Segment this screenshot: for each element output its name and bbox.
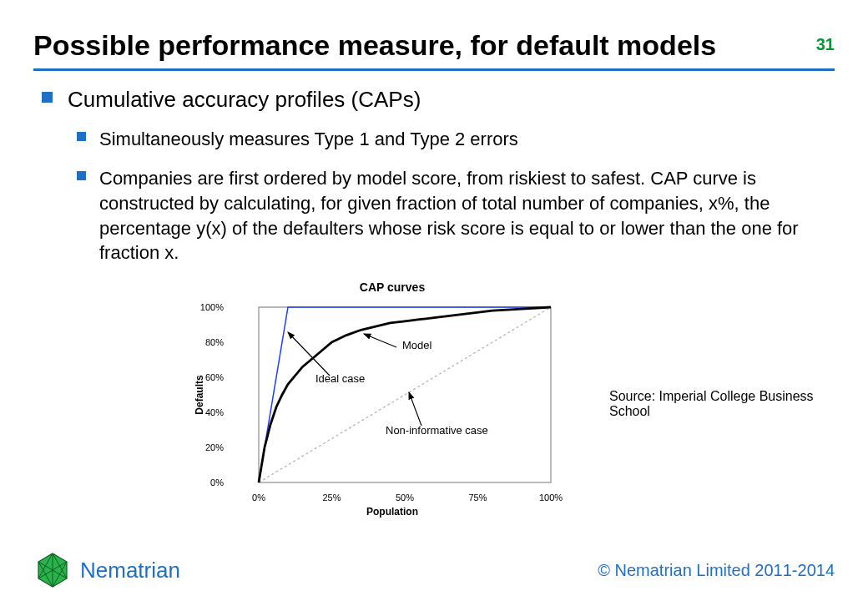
bullet-level1: Cumulative accuracy profiles (CAPs) xyxy=(42,86,826,114)
svg-line-1 xyxy=(364,334,396,347)
svg-line-3 xyxy=(409,392,421,426)
bullet-square-icon xyxy=(42,92,53,103)
bullet-level2-text: Simultaneously measures Type 1 and Type … xyxy=(99,127,518,152)
cap-curves-plot xyxy=(225,299,559,491)
chart-annotation-noninformative: Non-informative case xyxy=(386,424,488,437)
chart-area: CAP curves xyxy=(225,280,826,518)
brand: Nematrian xyxy=(33,551,180,589)
bullet-level2-item: Simultaneously measures Type 1 and Type … xyxy=(77,127,826,152)
chart-xlabel: Population xyxy=(225,506,559,518)
chart-ytick: 100% xyxy=(195,302,224,312)
chart-xtick: 50% xyxy=(396,492,414,503)
header: Possible performance measure, for defaul… xyxy=(0,0,868,62)
page-title: Possible performance measure, for defaul… xyxy=(33,29,835,62)
content: Cumulative accuracy profiles (CAPs) Simu… xyxy=(0,71,868,518)
chart-xtick: 75% xyxy=(468,492,487,503)
svg-line-2 xyxy=(288,332,330,376)
chart-ytick: 0% xyxy=(195,477,224,487)
chart-xtick: 25% xyxy=(322,492,341,503)
chart-xtick: 0% xyxy=(252,492,265,503)
slide: Possible performance measure, for defaul… xyxy=(0,0,868,601)
page-number: 31 xyxy=(816,35,835,54)
chart-source: Source: Imperial College Business School xyxy=(609,389,826,419)
bullet-square-icon xyxy=(77,171,86,180)
brand-name: Nematrian xyxy=(80,558,180,583)
brand-logo-icon xyxy=(33,551,72,589)
chart-annotation-ideal: Ideal case xyxy=(315,372,365,385)
chart-ytick: 40% xyxy=(195,407,224,417)
bullet-square-icon xyxy=(77,132,86,141)
chart-annotation-model: Model xyxy=(402,339,431,351)
chart-ytick: 60% xyxy=(195,372,224,382)
bullet-level2-item: Companies are first ordered by model sco… xyxy=(77,166,826,265)
bullet-level2-text: Companies are first ordered by model sco… xyxy=(99,166,826,265)
chart-xtick: 100% xyxy=(539,492,563,503)
copyright: © Nematrian Limited 2011-2014 xyxy=(598,561,835,580)
chart-ytick: 20% xyxy=(195,442,224,452)
footer: Nematrian © Nematrian Limited 2011-2014 xyxy=(0,549,868,591)
chart-box: CAP curves xyxy=(225,280,559,518)
bullet-level1-text: Cumulative accuracy profiles (CAPs) xyxy=(68,86,421,114)
plot-wrap: Defaults 0% 20% 40% 60% 80% 100% 0% 25% … xyxy=(225,299,559,491)
chart-title: CAP curves xyxy=(225,280,559,294)
chart-ytick: 80% xyxy=(195,337,224,347)
